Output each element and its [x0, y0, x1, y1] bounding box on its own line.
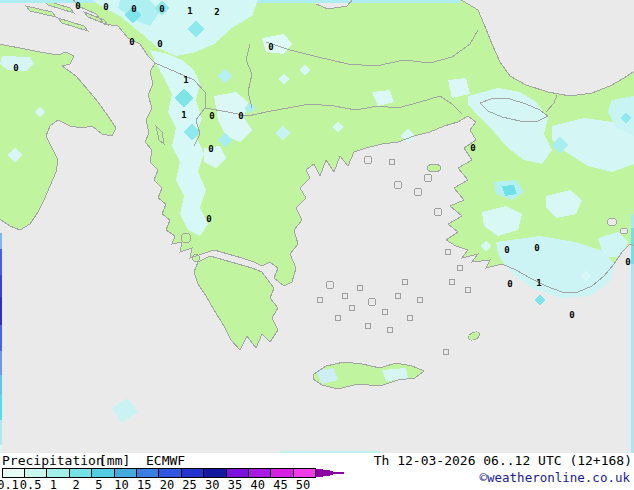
scale-tick-label: 30 — [205, 478, 219, 490]
scale-cell — [271, 469, 293, 478]
station-value-label: 0 — [13, 63, 18, 73]
scale-tick-label: 5 — [95, 478, 102, 490]
scale-cell — [181, 469, 203, 478]
station-value-label: 1 — [183, 75, 188, 85]
scale-cell — [136, 469, 158, 478]
scale-cell — [24, 469, 46, 478]
scale-tick-label: 50 — [296, 478, 310, 490]
scale-cell — [2, 469, 24, 478]
station-value-label: 0 — [206, 214, 211, 224]
scale-tick-label: 0.1 — [0, 478, 19, 490]
station-value-label: 0 — [569, 310, 574, 320]
weather-map-page: 00001200001100000000100 Precipitation [m… — [0, 0, 634, 490]
station-value-label: 0 — [625, 257, 630, 267]
station-value-label: 0 — [534, 243, 539, 253]
scale-cell — [114, 469, 136, 478]
scale-arrow-tail — [330, 472, 344, 474]
model-name: ECMWF — [146, 453, 185, 468]
scale-cell — [226, 469, 248, 478]
station-value-label: 2 — [214, 7, 219, 17]
legend-bar: Precipitation [mm] ECMWF Th 12-03-2026 0… — [0, 453, 634, 490]
color-scale: 0.10.5125101520253035404550 — [0, 468, 360, 490]
scale-tick-label: 40 — [250, 478, 264, 490]
station-value-label: 0 — [129, 37, 134, 47]
station-value-label: 0 — [238, 111, 243, 121]
station-value-label: 0 — [268, 42, 273, 52]
station-value-label: 0 — [209, 111, 214, 121]
scale-tick-label: 45 — [273, 478, 287, 490]
scale-cell — [92, 469, 114, 478]
scale-tick-label: 25 — [182, 478, 196, 490]
station-value-label: 0 — [131, 4, 136, 14]
scale-cell — [204, 469, 226, 478]
scale-cell — [159, 469, 181, 478]
scale-tick-label: 20 — [160, 478, 174, 490]
station-value-label: 0 — [208, 144, 213, 154]
scale-tick-label: 2 — [72, 478, 79, 490]
scale-cell — [248, 469, 270, 478]
station-value-label: 0 — [504, 245, 509, 255]
scale-tick-label: 10 — [114, 478, 128, 490]
legend-unit: [mm] — [99, 453, 130, 468]
scale-tick-label: 35 — [228, 478, 242, 490]
station-value-label: 1 — [187, 6, 192, 16]
valid-time-label: Th 12-03-2026 06..12 UTC (12+168) — [374, 453, 632, 468]
scale-cell — [69, 469, 91, 478]
scale-tick-label: 1 — [50, 478, 57, 490]
station-value-label: 0 — [103, 2, 108, 12]
copyright-label: ©weatheronline.co.uk — [479, 470, 630, 485]
station-value-label: 1 — [181, 110, 186, 120]
scale-tick-label: 0.5 — [20, 478, 42, 490]
precipitation-map: 00001200001100000000100 — [0, 0, 634, 453]
station-value-label: 0 — [159, 4, 164, 14]
station-value-label: 1 — [536, 278, 541, 288]
legend-title: Precipitation — [2, 453, 104, 468]
scale-cell — [47, 469, 69, 478]
scale-cell — [293, 469, 315, 478]
station-value-label: 0 — [507, 279, 512, 289]
scale-tick-label: 15 — [137, 478, 151, 490]
station-value-label: 0 — [470, 143, 475, 153]
station-value-label: 0 — [75, 1, 80, 11]
station-value-label: 0 — [157, 39, 162, 49]
